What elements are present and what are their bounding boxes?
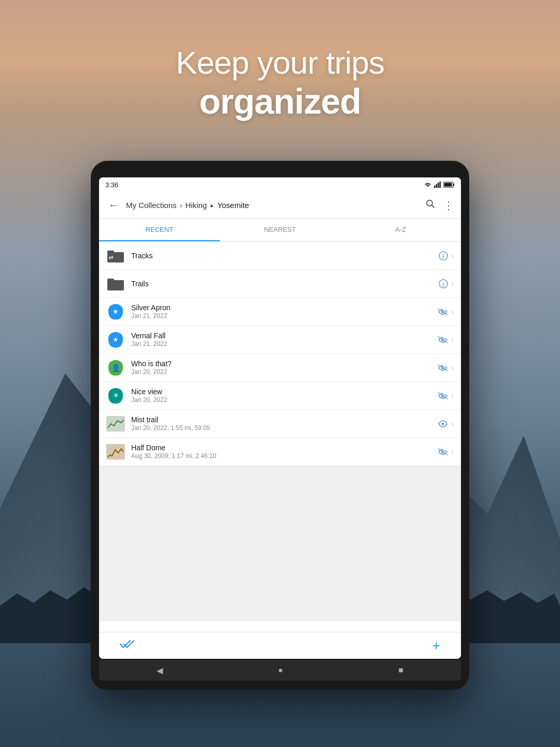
checkmark-double-icon bbox=[120, 639, 134, 649]
tab-recent[interactable]: RECENT bbox=[99, 219, 220, 241]
vernal-fall-sub: Jan 21, 2022 bbox=[131, 340, 438, 348]
top-bar-actions: ⋮ bbox=[426, 199, 454, 212]
eye-off-icon-4 bbox=[438, 392, 448, 399]
eye-off-icon-3 bbox=[438, 364, 448, 371]
status-time: 3:36 bbox=[105, 181, 118, 189]
add-button[interactable]: + bbox=[432, 638, 440, 654]
breadcrumb: My Collections › Hiking ▲ Yosemite bbox=[126, 201, 421, 210]
search-icon bbox=[426, 199, 435, 209]
vernal-fall-chevron: › bbox=[451, 336, 454, 344]
who-is-that-right: › bbox=[438, 364, 454, 372]
breadcrumb-sep1: › bbox=[180, 201, 183, 210]
half-dome-text: Half Dome Aug 30, 2009, 1:17 mi, 2:46:10 bbox=[131, 444, 438, 460]
mist-trail-icon bbox=[106, 414, 125, 433]
info-icon: i bbox=[439, 251, 448, 260]
trails-name: Trails bbox=[131, 280, 439, 288]
svg-rect-2 bbox=[438, 183, 439, 188]
info-icon-2: i bbox=[439, 279, 448, 288]
tracks-name: Tracks bbox=[131, 252, 439, 260]
mist-trail-text: Mist trail Jan 20, 2022, 1:55 mi, 59:05 bbox=[131, 416, 438, 432]
svg-rect-6 bbox=[444, 183, 452, 187]
svg-rect-1 bbox=[436, 184, 438, 188]
list-item-half-dome[interactable]: Half Dome Aug 30, 2009, 1:17 mi, 2:46:10… bbox=[99, 438, 461, 466]
checkmark-button[interactable] bbox=[120, 639, 134, 653]
who-is-that-icon: 👤 bbox=[106, 358, 125, 377]
tablet-screen: 3:36 bbox=[99, 177, 461, 659]
breadcrumb-triangle: ▲ bbox=[209, 202, 214, 208]
eye-off-icon bbox=[438, 308, 448, 315]
headline: Keep your trips organized bbox=[0, 44, 560, 121]
breadcrumb-collections: My Collections bbox=[126, 201, 177, 210]
list-item-tracks[interactable]: ⇄ Tracks i › bbox=[99, 242, 461, 270]
half-dome-right: › bbox=[438, 448, 454, 456]
nav-back-button[interactable]: ◀ bbox=[157, 666, 163, 675]
list-item-trails[interactable]: Trails i › bbox=[99, 270, 461, 298]
half-dome-icon bbox=[106, 442, 125, 461]
tablet-nav-bar: ◀ ● ■ bbox=[99, 660, 461, 681]
nice-view-text: Nice view Jan 20, 2022 bbox=[131, 388, 438, 404]
more-button[interactable]: ⋮ bbox=[443, 199, 454, 212]
mist-trail-chevron: › bbox=[451, 420, 454, 428]
vernal-fall-icon: ★ bbox=[106, 330, 125, 349]
battery-icon bbox=[443, 182, 455, 188]
half-dome-sub: Aug 30, 2009, 1:17 mi, 2:46:10 bbox=[131, 452, 438, 460]
tabs-bar: RECENT NEAREST A-Z bbox=[99, 219, 461, 242]
who-is-that-sub: Jan 20, 2022 bbox=[131, 368, 438, 376]
trails-chevron: › bbox=[451, 280, 454, 288]
breadcrumb-hiking: Hiking ▲ bbox=[186, 201, 215, 210]
svg-rect-5 bbox=[453, 184, 454, 186]
half-dome-name: Half Dome bbox=[131, 444, 438, 452]
mist-trail-right: › bbox=[438, 420, 454, 428]
svg-rect-25 bbox=[107, 445, 124, 459]
who-is-that-name: Who is that? bbox=[131, 359, 438, 368]
list-item-vernal-fall[interactable]: ★ Vernal Fall Jan 21, 2022 › bbox=[99, 326, 461, 354]
svg-rect-11 bbox=[107, 251, 114, 254]
silver-apron-sub: Jan 21, 2022 bbox=[131, 312, 438, 320]
empty-area bbox=[99, 466, 461, 621]
list-item-nice-view[interactable]: ❄ Nice view Jan 20, 2022 › bbox=[99, 382, 461, 410]
svg-rect-16 bbox=[107, 279, 114, 282]
vernal-fall-name: Vernal Fall bbox=[131, 331, 438, 340]
tab-az[interactable]: A-Z bbox=[340, 219, 461, 241]
tablet-device: 3:36 bbox=[91, 161, 469, 690]
svg-text:⇄: ⇄ bbox=[109, 255, 113, 260]
silver-apron-chevron: › bbox=[451, 308, 454, 316]
nav-home-button[interactable]: ● bbox=[278, 666, 283, 675]
list-item-silver-apron[interactable]: ★ Silver Apron Jan 21, 2022 › bbox=[99, 298, 461, 326]
nice-view-name: Nice view bbox=[131, 388, 438, 396]
wifi-icon bbox=[424, 182, 432, 188]
back-button[interactable]: ← bbox=[106, 197, 121, 213]
svg-text:i: i bbox=[443, 253, 444, 259]
nav-recent-button[interactable]: ■ bbox=[398, 666, 403, 675]
search-button[interactable] bbox=[426, 199, 435, 211]
who-is-that-chevron: › bbox=[451, 364, 454, 372]
tab-nearest[interactable]: NEAREST bbox=[220, 219, 341, 241]
breadcrumb-yosemite: Yosemite bbox=[217, 201, 249, 210]
tracks-chevron: › bbox=[451, 252, 454, 260]
vernal-fall-text: Vernal Fall Jan 21, 2022 bbox=[131, 331, 438, 348]
nice-view-chevron: › bbox=[451, 392, 454, 400]
svg-rect-0 bbox=[434, 186, 436, 188]
items-list: ⇄ Tracks i › bbox=[99, 242, 461, 632]
eye-off-icon-5 bbox=[438, 448, 448, 455]
eye-off-icon-2 bbox=[438, 336, 448, 343]
silver-apron-icon: ★ bbox=[106, 302, 125, 321]
bottom-bar: + bbox=[99, 632, 461, 659]
svg-line-8 bbox=[432, 205, 435, 208]
mist-trail-name: Mist trail bbox=[131, 416, 438, 424]
trails-right: i › bbox=[439, 279, 454, 288]
list-item-mist-trail[interactable]: Mist trail Jan 20, 2022, 1:55 mi, 59:05 … bbox=[99, 410, 461, 438]
vernal-fall-right: › bbox=[438, 336, 454, 344]
who-is-that-text: Who is that? Jan 20, 2022 bbox=[131, 359, 438, 376]
tracks-folder-icon: ⇄ bbox=[106, 246, 125, 265]
status-icons bbox=[424, 182, 455, 188]
trails-folder-icon bbox=[106, 274, 125, 293]
silver-apron-name: Silver Apron bbox=[131, 303, 438, 312]
svg-rect-3 bbox=[440, 182, 441, 188]
status-bar: 3:36 bbox=[99, 177, 461, 192]
tracks-text: Tracks bbox=[131, 252, 439, 260]
list-item-who-is-that[interactable]: 👤 Who is that? Jan 20, 2022 › bbox=[99, 354, 461, 382]
headline-line2: organized bbox=[0, 81, 560, 121]
half-dome-chevron: › bbox=[451, 448, 454, 456]
silver-apron-right: › bbox=[438, 308, 454, 316]
